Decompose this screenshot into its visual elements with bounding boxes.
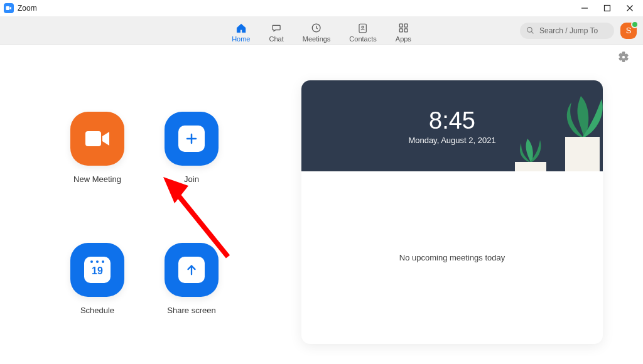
clock-panel: 8:45 Monday, August 2, 2021 [301, 80, 603, 171]
titlebar-left: Zoom [4, 3, 37, 13]
clock-date: Monday, August 2, 2021 [408, 136, 495, 145]
tab-chat[interactable]: Chat [269, 19, 283, 43]
svg-rect-21 [565, 137, 600, 171]
new-meeting-icon-bg [70, 112, 124, 166]
meetings-list: No upcoming meetings today [301, 171, 603, 344]
clock-icon [310, 23, 323, 34]
calendar-day: 19 [92, 265, 103, 277]
calendar-icon: 19 [84, 257, 111, 283]
schedule-button[interactable]: 19 Schedule [50, 243, 144, 344]
share-icon-bg [165, 243, 219, 297]
tab-label: Chat [269, 35, 283, 43]
titlebar: Zoom [0, 0, 643, 16]
tab-label: Apps [396, 35, 411, 43]
plus-icon [178, 126, 205, 152]
toolbar-right: Search / Jump To S [520, 23, 637, 39]
apps-icon [397, 23, 409, 34]
action-label: Share screen [167, 306, 215, 315]
search-icon [526, 26, 534, 35]
home-icon [235, 23, 247, 34]
tab-contacts[interactable]: Contacts [349, 19, 376, 43]
settings-row [0, 45, 643, 63]
svg-rect-2 [605, 6, 610, 11]
tab-home[interactable]: Home [232, 19, 250, 43]
action-label: Schedule [80, 306, 114, 315]
window-title: Zoom [18, 4, 37, 13]
actions-panel: New Meeting Join 19 Schedule [13, 80, 276, 344]
tab-label: Home [232, 35, 250, 43]
close-button[interactable] [625, 4, 634, 13]
share-screen-button[interactable]: Share screen [144, 243, 239, 344]
plant-decoration [515, 80, 603, 171]
svg-rect-8 [399, 24, 403, 27]
search-input[interactable]: Search / Jump To [520, 23, 614, 39]
svg-point-7 [362, 26, 364, 28]
tab-meetings[interactable]: Meetings [303, 19, 331, 43]
svg-point-19 [102, 260, 104, 263]
app-logo [4, 3, 14, 13]
svg-point-17 [90, 260, 93, 263]
avatar-initial: S [626, 26, 632, 35]
search-placeholder: Search / Jump To [539, 26, 598, 35]
svg-rect-11 [404, 29, 408, 32]
action-label: Join [184, 174, 199, 184]
svg-point-12 [527, 28, 532, 33]
empty-meetings-text: No upcoming meetings today [399, 253, 505, 262]
main-content: New Meeting Join 19 Schedule [0, 63, 643, 344]
clock-time: 8:45 [429, 107, 475, 134]
schedule-icon-bg: 19 [70, 243, 124, 297]
tab-apps[interactable]: Apps [396, 19, 411, 43]
chat-bubble-icon [270, 23, 283, 34]
info-panel: 8:45 Monday, August 2, 2021 No upcoming … [301, 80, 603, 344]
svg-rect-9 [404, 24, 408, 27]
window-controls [580, 4, 638, 13]
svg-rect-0 [6, 6, 10, 10]
nav-tabs: Home Chat Meetings Contacts Apps [232, 19, 411, 43]
svg-point-18 [96, 260, 99, 263]
video-camera-icon [84, 128, 111, 149]
maximize-button[interactable] [603, 4, 612, 13]
gear-icon [618, 51, 629, 63]
svg-line-13 [531, 31, 533, 33]
svg-rect-22 [515, 162, 546, 171]
tab-label: Meetings [303, 35, 331, 43]
tab-label: Contacts [349, 35, 376, 43]
join-button[interactable]: Join [144, 112, 239, 213]
action-label: New Meeting [73, 174, 121, 184]
svg-rect-10 [399, 29, 403, 32]
settings-button[interactable] [618, 51, 629, 63]
avatar[interactable]: S [620, 23, 637, 39]
toolbar: Home Chat Meetings Contacts Apps Search … [0, 16, 643, 45]
arrow-up-icon [178, 257, 205, 283]
new-meeting-button[interactable]: New Meeting [50, 112, 144, 213]
contacts-icon [357, 23, 369, 34]
svg-rect-14 [85, 131, 101, 146]
join-icon-bg [165, 112, 219, 166]
minimize-button[interactable] [580, 4, 589, 13]
